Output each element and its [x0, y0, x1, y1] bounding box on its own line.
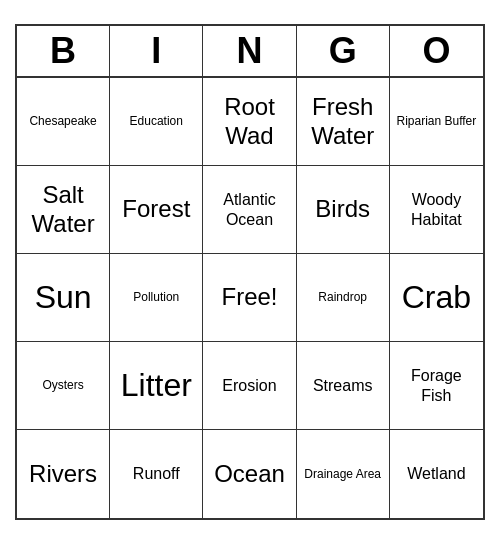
- bingo-cell[interactable]: Salt Water: [17, 166, 110, 254]
- bingo-cell[interactable]: Forest: [110, 166, 203, 254]
- cell-text: Riparian Buffer: [396, 114, 476, 128]
- bingo-cell[interactable]: Rivers: [17, 430, 110, 518]
- bingo-cell[interactable]: Birds: [297, 166, 390, 254]
- cell-text: Erosion: [222, 376, 276, 395]
- cell-text: Rivers: [29, 460, 97, 489]
- cell-text: Fresh Water: [301, 93, 385, 151]
- header-letter: B: [17, 26, 110, 76]
- bingo-cell[interactable]: Sun: [17, 254, 110, 342]
- bingo-cell[interactable]: Pollution: [110, 254, 203, 342]
- bingo-cell[interactable]: Atlantic Ocean: [203, 166, 296, 254]
- cell-text: Sun: [35, 278, 92, 316]
- bingo-cell[interactable]: Woody Habitat: [390, 166, 483, 254]
- cell-text: Free!: [221, 283, 277, 312]
- cell-text: Woody Habitat: [394, 190, 479, 228]
- bingo-cell[interactable]: Streams: [297, 342, 390, 430]
- bingo-cell[interactable]: Wetland: [390, 430, 483, 518]
- cell-text: Wetland: [407, 464, 465, 483]
- bingo-cell[interactable]: Ocean: [203, 430, 296, 518]
- cell-text: Litter: [121, 366, 192, 404]
- cell-text: Crab: [402, 278, 471, 316]
- bingo-grid: ChesapeakeEducationRoot WadFresh WaterRi…: [17, 78, 483, 518]
- bingo-card: BINGO ChesapeakeEducationRoot WadFresh W…: [15, 24, 485, 520]
- bingo-cell[interactable]: Riparian Buffer: [390, 78, 483, 166]
- header-letter: G: [297, 26, 390, 76]
- bingo-cell[interactable]: Root Wad: [203, 78, 296, 166]
- cell-text: Salt Water: [21, 181, 105, 239]
- header-letter: I: [110, 26, 203, 76]
- cell-text: Drainage Area: [304, 467, 381, 481]
- cell-text: Ocean: [214, 460, 285, 489]
- bingo-cell[interactable]: Forage Fish: [390, 342, 483, 430]
- bingo-cell[interactable]: Education: [110, 78, 203, 166]
- cell-text: Raindrop: [318, 290, 367, 304]
- cell-text: Oysters: [42, 378, 83, 392]
- bingo-cell[interactable]: Drainage Area: [297, 430, 390, 518]
- cell-text: Root Wad: [207, 93, 291, 151]
- bingo-cell[interactable]: Chesapeake: [17, 78, 110, 166]
- cell-text: Chesapeake: [29, 114, 96, 128]
- bingo-cell[interactable]: Litter: [110, 342, 203, 430]
- cell-text: Education: [130, 114, 183, 128]
- cell-text: Pollution: [133, 290, 179, 304]
- bingo-cell[interactable]: Fresh Water: [297, 78, 390, 166]
- cell-text: Forest: [122, 195, 190, 224]
- header-letter: O: [390, 26, 483, 76]
- cell-text: Streams: [313, 376, 373, 395]
- bingo-cell[interactable]: Free!: [203, 254, 296, 342]
- cell-text: Forage Fish: [394, 366, 479, 404]
- cell-text: Atlantic Ocean: [207, 190, 291, 228]
- header-letter: N: [203, 26, 296, 76]
- cell-text: Birds: [315, 195, 370, 224]
- bingo-cell[interactable]: Erosion: [203, 342, 296, 430]
- bingo-cell[interactable]: Runoff: [110, 430, 203, 518]
- cell-text: Runoff: [133, 464, 180, 483]
- bingo-header: BINGO: [17, 26, 483, 78]
- bingo-cell[interactable]: Raindrop: [297, 254, 390, 342]
- bingo-cell[interactable]: Oysters: [17, 342, 110, 430]
- bingo-cell[interactable]: Crab: [390, 254, 483, 342]
